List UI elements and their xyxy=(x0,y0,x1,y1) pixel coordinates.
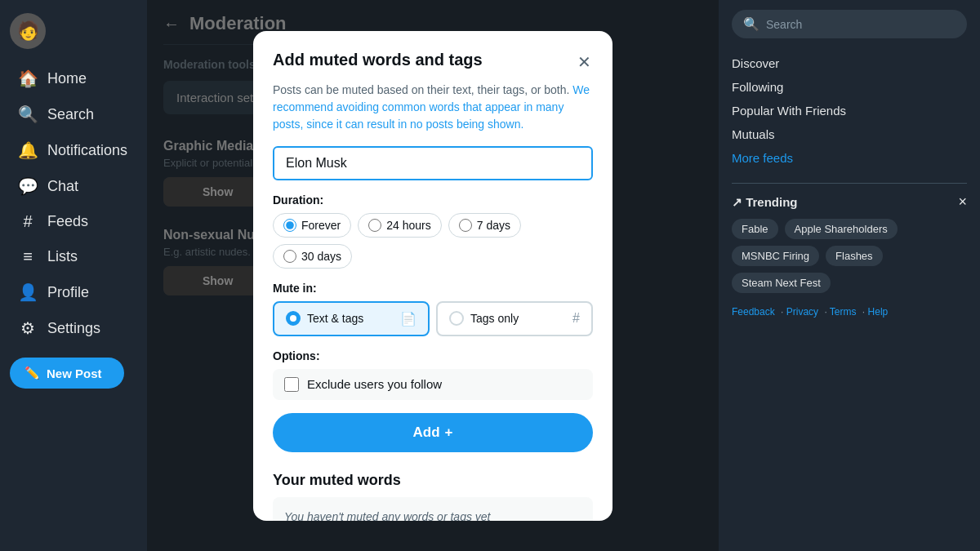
feed-links: Discover Following Popular With Friends … xyxy=(732,51,967,170)
home-icon: 🏠 xyxy=(18,69,38,88)
duration-label: Duration: xyxy=(273,193,593,207)
trending-tag-fable[interactable]: Fable xyxy=(732,219,778,239)
bell-icon: 🔔 xyxy=(18,140,38,160)
mute-in-label: Mute in: xyxy=(273,282,593,295)
options-section: Options: Exclude users you follow xyxy=(273,349,593,400)
search-box[interactable]: 🔍 xyxy=(732,10,967,38)
duration-group: Forever 24 hours 7 days 30 days xyxy=(273,213,593,269)
modal-close-button[interactable]: ✕ xyxy=(576,51,593,73)
trending-section: ↗ Trending × Fable Apple Shareholders MS… xyxy=(732,183,967,293)
mute-in-group: Text & tags 📄 Tags only # xyxy=(273,301,593,336)
modal-title: Add muted words and tags xyxy=(273,51,483,69)
muted-words-empty: You haven't muted any words or tags yet xyxy=(273,497,593,521)
duration-30days-radio[interactable] xyxy=(283,250,296,263)
pencil-icon: ✏️ xyxy=(24,366,40,380)
gear-icon: ⚙ xyxy=(18,318,38,338)
discover-link[interactable]: Discover xyxy=(732,51,967,75)
footer-links: Feedback · Privacy · Terms · Help xyxy=(732,306,967,318)
sidebar-item-profile[interactable]: 👤 Profile xyxy=(10,276,137,309)
duration-forever-radio[interactable] xyxy=(283,219,296,232)
profile-icon: 👤 xyxy=(18,282,38,302)
modal-header: Add muted words and tags ✕ xyxy=(273,51,593,73)
lists-icon: ≡ xyxy=(18,247,38,266)
chat-icon: 💬 xyxy=(18,176,38,196)
search-icon: 🔍 xyxy=(743,16,760,32)
duration-forever[interactable]: Forever xyxy=(273,213,351,238)
trending-title: ↗ Trending xyxy=(732,195,798,210)
duration-7days[interactable]: 7 days xyxy=(448,213,521,238)
text-icon: 📄 xyxy=(400,311,416,327)
trending-header: ↗ Trending × xyxy=(732,193,967,211)
search-input[interactable] xyxy=(766,18,956,31)
exclude-users-checkbox[interactable] xyxy=(284,377,299,392)
trending-tag-flashes[interactable]: Flashes xyxy=(826,246,883,266)
trending-icon: ↗ xyxy=(732,195,742,209)
duration-7days-radio[interactable] xyxy=(459,219,472,232)
trending-tag-apple[interactable]: Apple Shareholders xyxy=(785,219,898,239)
sidebar-item-settings[interactable]: ⚙ Settings xyxy=(10,312,137,344)
trending-close-button[interactable]: × xyxy=(958,193,967,211)
left-sidebar: 🧑 🏠 Home 🔍 Search 🔔 Notifications 💬 Chat… xyxy=(0,0,147,551)
mute-text-tags[interactable]: Text & tags 📄 xyxy=(273,301,430,336)
search-icon: 🔍 xyxy=(18,104,38,124)
avatar[interactable]: 🧑 xyxy=(10,13,46,49)
sidebar-item-chat[interactable]: 💬 Chat xyxy=(10,170,137,202)
muted-words-title: Your muted words xyxy=(273,472,593,489)
text-tags-radio-circle xyxy=(286,311,301,326)
mute-word-input[interactable] xyxy=(273,146,593,180)
options-label: Options: xyxy=(273,349,593,362)
mutuals-link[interactable]: Mutuals xyxy=(732,122,967,146)
sidebar-item-feeds[interactable]: # Feeds xyxy=(10,206,137,238)
following-link[interactable]: Following xyxy=(732,75,967,99)
mute-tags-only[interactable]: Tags only # xyxy=(436,301,593,336)
sidebar-item-notifications[interactable]: 🔔 Notifications xyxy=(10,134,137,167)
duration-24h-radio[interactable] xyxy=(368,219,381,232)
new-post-button[interactable]: ✏️ New Post xyxy=(10,358,124,389)
sidebar-item-home[interactable]: 🏠 Home xyxy=(10,62,137,95)
popular-friends-link[interactable]: Popular With Friends xyxy=(732,99,967,122)
modal-description: Posts can be muted based on their text, … xyxy=(273,82,593,133)
exclude-users-label: Exclude users you follow xyxy=(307,377,442,391)
main-content: ← Moderation Moderation tools Interactio… xyxy=(147,0,719,551)
exclude-users-row: Exclude users you follow xyxy=(273,369,593,400)
trending-tag-steam[interactable]: Steam Next Fest xyxy=(732,273,831,293)
right-sidebar: 🔍 Discover Following Popular With Friend… xyxy=(719,0,980,551)
sidebar-item-lists[interactable]: ≡ Lists xyxy=(10,241,137,273)
feeds-icon: # xyxy=(18,212,38,231)
hash-icon: # xyxy=(572,311,580,326)
duration-30days[interactable]: 30 days xyxy=(273,244,352,269)
feedback-link[interactable]: Feedback xyxy=(732,306,775,318)
trending-tags: Fable Apple Shareholders MSNBC Firing Fl… xyxy=(732,219,967,293)
duration-24h[interactable]: 24 hours xyxy=(358,213,441,238)
sidebar-item-search[interactable]: 🔍 Search xyxy=(10,98,137,131)
help-link[interactable]: Help xyxy=(868,306,889,318)
more-feeds-link[interactable]: More feeds xyxy=(732,146,967,170)
add-button[interactable]: Add + xyxy=(273,413,593,452)
modal-overlay[interactable]: Add muted words and tags ✕ Posts can be … xyxy=(147,0,719,551)
privacy-link[interactable]: Privacy xyxy=(786,306,818,318)
mute-words-modal: Add muted words and tags ✕ Posts can be … xyxy=(253,31,612,521)
trending-tag-msnbc[interactable]: MSNBC Firing xyxy=(732,246,819,266)
terms-link[interactable]: Terms xyxy=(830,306,857,318)
tags-only-radio-circle xyxy=(449,311,464,326)
